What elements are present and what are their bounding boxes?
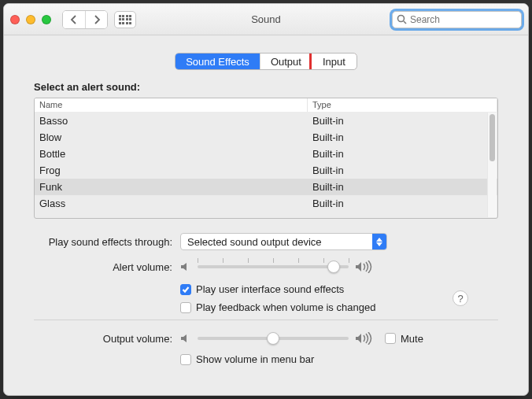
play-through-label: Play sound effects through: xyxy=(34,236,180,248)
help-button[interactable]: ? xyxy=(453,290,468,306)
tab-segmented-control: Sound Effects Output Input xyxy=(175,53,357,70)
cell-type: Built-in xyxy=(312,198,493,209)
cell-type: Built-in xyxy=(312,131,493,143)
cell-type: Built-in xyxy=(312,181,493,193)
sound-preferences-window: Sound Sound Effects Output Input Select … xyxy=(3,3,529,396)
ui-sounds-label: Play user interface sound effects xyxy=(196,283,344,295)
cell-type: Built-in xyxy=(312,115,493,127)
alert-sound-prompt: Select an alert sound: xyxy=(34,81,498,93)
speaker-low-icon xyxy=(180,261,191,272)
search-icon xyxy=(397,14,407,27)
tab-output[interactable]: Output xyxy=(260,54,312,69)
cell-type: Built-in xyxy=(312,164,493,176)
window-controls xyxy=(10,15,51,24)
table-scrollbar[interactable] xyxy=(487,113,497,217)
column-header-type[interactable]: Type xyxy=(308,98,497,112)
table-row[interactable]: Blow Built-in xyxy=(35,129,497,146)
forward-button[interactable] xyxy=(85,11,107,28)
tab-sound-effects[interactable]: Sound Effects xyxy=(175,54,260,69)
alert-volume-slider[interactable] xyxy=(198,260,349,274)
play-through-popup[interactable]: Selected sound output device xyxy=(180,233,387,250)
menubar-label: Show volume in menu bar xyxy=(196,353,314,365)
search-field[interactable] xyxy=(392,11,522,28)
cell-name: Frog xyxy=(39,164,312,176)
cell-name: Funk xyxy=(39,181,312,193)
cell-name: Basso xyxy=(39,115,312,127)
feedback-row: Play feedback when volume is changed xyxy=(180,301,375,313)
alert-volume-label: Alert volume: xyxy=(34,261,180,273)
output-volume-slider[interactable] xyxy=(198,331,349,345)
table-row[interactable]: Bottle Built-in xyxy=(35,146,497,162)
menubar-checkbox[interactable] xyxy=(180,354,191,365)
output-volume-label: Output volume: xyxy=(34,333,180,345)
divider xyxy=(34,320,498,320)
table-header: Name Type xyxy=(35,98,497,113)
play-through-value: Selected sound output device xyxy=(187,236,322,248)
mute-checkbox[interactable] xyxy=(385,333,396,344)
content-area: Select an alert sound: Name Type Basso B… xyxy=(4,70,528,378)
zoom-window-button[interactable] xyxy=(42,15,51,24)
show-all-button[interactable] xyxy=(114,11,136,28)
svg-point-0 xyxy=(398,15,405,21)
mute-label: Mute xyxy=(401,333,423,345)
minimize-window-button[interactable] xyxy=(26,15,35,24)
column-header-name[interactable]: Name xyxy=(35,98,308,112)
chevron-up-down-icon xyxy=(372,234,386,249)
tab-input[interactable]: Input xyxy=(309,53,357,70)
table-row[interactable]: Funk Built-in xyxy=(35,179,497,195)
tabs-row: Sound Effects Output Input xyxy=(4,35,528,70)
speaker-low-icon xyxy=(180,333,191,344)
feedback-label: Play feedback when volume is changed xyxy=(196,301,375,313)
table-row[interactable]: Frog Built-in xyxy=(35,162,497,179)
speaker-high-icon xyxy=(355,332,374,345)
table-body: Basso Built-in Blow Built-in Bottle Buil… xyxy=(35,113,497,219)
cell-type: Built-in xyxy=(312,148,493,160)
scrollbar-thumb[interactable] xyxy=(490,114,495,161)
speaker-high-icon xyxy=(355,260,374,273)
ui-sounds-checkbox[interactable] xyxy=(180,284,191,295)
table-row[interactable]: Basso Built-in xyxy=(35,113,497,129)
close-window-button[interactable] xyxy=(10,15,20,24)
table-row[interactable]: Glass Built-in xyxy=(35,195,497,212)
menubar-row: Show volume in menu bar xyxy=(180,353,314,365)
alert-sound-table: Name Type Basso Built-in Blow Built-in B… xyxy=(34,98,498,219)
search-input[interactable] xyxy=(392,11,522,28)
nav-buttons xyxy=(62,10,108,29)
titlebar: Sound xyxy=(4,4,528,35)
cell-name: Blow xyxy=(39,131,312,143)
ui-sounds-row: Play user interface sound effects xyxy=(180,283,344,295)
feedback-checkbox[interactable] xyxy=(180,302,191,313)
back-button[interactable] xyxy=(63,11,85,28)
mute-row: Mute xyxy=(385,333,423,345)
cell-name: Bottle xyxy=(39,148,312,160)
cell-name: Glass xyxy=(39,198,312,209)
